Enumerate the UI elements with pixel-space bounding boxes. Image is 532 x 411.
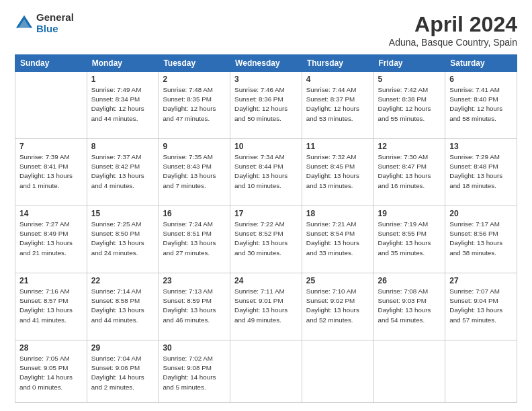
day-info: Sunrise: 7:08 AM Sunset: 9:03 PM Dayligh…: [378, 287, 441, 325]
calendar-cell: 17Sunrise: 7:22 AM Sunset: 8:52 PM Dayli…: [230, 206, 302, 273]
day-number: 3: [234, 75, 298, 84]
day-info: Sunrise: 7:41 AM Sunset: 8:40 PM Dayligh…: [449, 85, 513, 124]
day-number: 24: [234, 276, 298, 285]
day-info: Sunrise: 7:07 AM Sunset: 9:04 PM Dayligh…: [449, 287, 513, 325]
day-number: 1: [91, 75, 154, 84]
calendar-cell: 5Sunrise: 7:42 AM Sunset: 8:38 PM Daylig…: [373, 72, 445, 139]
calendar-header-saturday: Saturday: [445, 55, 517, 72]
day-info: Sunrise: 7:46 AM Sunset: 8:36 PM Dayligh…: [234, 85, 298, 124]
day-number: 9: [163, 142, 226, 151]
day-number: 26: [378, 276, 441, 285]
day-number: 29: [91, 343, 154, 353]
day-number: 8: [91, 142, 154, 151]
day-number: 6: [449, 75, 513, 84]
calendar-cell: 27Sunrise: 7:07 AM Sunset: 9:04 PM Dayli…: [445, 273, 517, 340]
calendar-header-wednesday: Wednesday: [230, 55, 302, 72]
day-number: 28: [19, 343, 83, 353]
day-number: 12: [378, 142, 441, 151]
day-number: 25: [306, 276, 369, 285]
calendar-cell: 10Sunrise: 7:34 AM Sunset: 8:44 PM Dayli…: [230, 139, 302, 206]
day-info: Sunrise: 7:30 AM Sunset: 8:47 PM Dayligh…: [378, 152, 441, 191]
calendar-cell: 7Sunrise: 7:39 AM Sunset: 8:41 PM Daylig…: [15, 139, 87, 206]
calendar-cell: 14Sunrise: 7:27 AM Sunset: 8:49 PM Dayli…: [15, 206, 87, 273]
day-info: Sunrise: 7:13 AM Sunset: 8:59 PM Dayligh…: [163, 287, 226, 325]
calendar-cell: 25Sunrise: 7:10 AM Sunset: 9:02 PM Dayli…: [302, 273, 373, 340]
day-info: Sunrise: 7:05 AM Sunset: 9:05 PM Dayligh…: [19, 354, 83, 392]
calendar-header-thursday: Thursday: [302, 55, 373, 72]
day-info: Sunrise: 7:48 AM Sunset: 8:35 PM Dayligh…: [163, 85, 226, 124]
calendar-cell: 16Sunrise: 7:24 AM Sunset: 8:51 PM Dayli…: [159, 206, 230, 273]
day-number: 11: [306, 142, 369, 151]
calendar-week-4: 21Sunrise: 7:16 AM Sunset: 8:57 PM Dayli…: [15, 273, 517, 340]
logo-text: General Blue: [36, 12, 74, 34]
day-info: Sunrise: 7:04 AM Sunset: 9:06 PM Dayligh…: [91, 354, 154, 392]
day-info: Sunrise: 7:24 AM Sunset: 8:51 PM Dayligh…: [163, 220, 226, 258]
calendar-cell: 6Sunrise: 7:41 AM Sunset: 8:40 PM Daylig…: [445, 72, 517, 139]
day-info: Sunrise: 7:37 AM Sunset: 8:42 PM Dayligh…: [91, 152, 154, 191]
calendar-cell: 20Sunrise: 7:17 AM Sunset: 8:56 PM Dayli…: [445, 206, 517, 273]
calendar-cell: 21Sunrise: 7:16 AM Sunset: 8:57 PM Dayli…: [15, 273, 87, 340]
day-number: 16: [163, 209, 226, 218]
day-info: Sunrise: 7:02 AM Sunset: 9:08 PM Dayligh…: [163, 354, 226, 392]
calendar-table: SundayMondayTuesdayWednesdayThursdayFrid…: [15, 54, 517, 403]
day-info: Sunrise: 7:25 AM Sunset: 8:50 PM Dayligh…: [91, 220, 154, 258]
calendar-cell: 12Sunrise: 7:30 AM Sunset: 8:47 PM Dayli…: [373, 139, 445, 206]
day-info: Sunrise: 7:42 AM Sunset: 8:38 PM Dayligh…: [378, 85, 441, 124]
calendar-cell: 1Sunrise: 7:49 AM Sunset: 8:34 PM Daylig…: [87, 72, 159, 139]
calendar-cell: [373, 340, 445, 403]
calendar-header-monday: Monday: [87, 55, 159, 72]
calendar-cell: 26Sunrise: 7:08 AM Sunset: 9:03 PM Dayli…: [373, 273, 445, 340]
calendar-cell: [15, 72, 87, 139]
title-location: Aduna, Basque Country, Spain: [389, 37, 517, 48]
day-number: 13: [449, 142, 513, 151]
title-month: April 2024: [389, 12, 517, 37]
day-number: 20: [449, 209, 513, 218]
calendar-week-5: 28Sunrise: 7:05 AM Sunset: 9:05 PM Dayli…: [15, 340, 517, 403]
day-info: Sunrise: 7:16 AM Sunset: 8:57 PM Dayligh…: [19, 287, 83, 325]
day-number: 10: [234, 142, 298, 151]
day-info: Sunrise: 7:10 AM Sunset: 9:02 PM Dayligh…: [306, 287, 369, 325]
calendar-cell: 18Sunrise: 7:21 AM Sunset: 8:54 PM Dayli…: [302, 206, 373, 273]
calendar-cell: 19Sunrise: 7:19 AM Sunset: 8:55 PM Dayli…: [373, 206, 445, 273]
calendar-header-friday: Friday: [373, 55, 445, 72]
day-number: 14: [19, 209, 83, 218]
calendar-cell: 3Sunrise: 7:46 AM Sunset: 8:36 PM Daylig…: [230, 72, 302, 139]
day-info: Sunrise: 7:22 AM Sunset: 8:52 PM Dayligh…: [234, 220, 298, 258]
logo-general-text: General: [36, 12, 74, 24]
title-block: April 2024 Aduna, Basque Country, Spain: [389, 12, 517, 48]
calendar-cell: 2Sunrise: 7:48 AM Sunset: 8:35 PM Daylig…: [159, 72, 230, 139]
day-info: Sunrise: 7:17 AM Sunset: 8:56 PM Dayligh…: [449, 220, 513, 258]
calendar-header-row: SundayMondayTuesdayWednesdayThursdayFrid…: [15, 55, 517, 72]
logo-icon: [15, 14, 34, 33]
day-number: 19: [378, 209, 441, 218]
calendar-header-tuesday: Tuesday: [159, 55, 230, 72]
day-number: 4: [306, 75, 369, 84]
calendar-cell: 28Sunrise: 7:05 AM Sunset: 9:05 PM Dayli…: [15, 340, 87, 403]
calendar-cell: 4Sunrise: 7:44 AM Sunset: 8:37 PM Daylig…: [302, 72, 373, 139]
day-info: Sunrise: 7:44 AM Sunset: 8:37 PM Dayligh…: [306, 85, 369, 124]
calendar-cell: 30Sunrise: 7:02 AM Sunset: 9:08 PM Dayli…: [159, 340, 230, 403]
day-number: 2: [163, 75, 226, 84]
calendar-cell: [445, 340, 517, 403]
day-number: 17: [234, 209, 298, 218]
calendar-cell: 13Sunrise: 7:29 AM Sunset: 8:48 PM Dayli…: [445, 139, 517, 206]
logo-blue-text: Blue: [36, 24, 74, 35]
day-info: Sunrise: 7:19 AM Sunset: 8:55 PM Dayligh…: [378, 220, 441, 258]
day-number: 30: [163, 343, 226, 353]
calendar-cell: 9Sunrise: 7:35 AM Sunset: 8:43 PM Daylig…: [159, 139, 230, 206]
day-number: 27: [449, 276, 513, 285]
calendar-cell: 24Sunrise: 7:11 AM Sunset: 9:01 PM Dayli…: [230, 273, 302, 340]
calendar-week-2: 7Sunrise: 7:39 AM Sunset: 8:41 PM Daylig…: [15, 139, 517, 206]
day-number: 23: [163, 276, 226, 285]
day-info: Sunrise: 7:11 AM Sunset: 9:01 PM Dayligh…: [234, 287, 298, 325]
calendar-header-sunday: Sunday: [15, 55, 87, 72]
calendar-cell: 23Sunrise: 7:13 AM Sunset: 8:59 PM Dayli…: [159, 273, 230, 340]
day-info: Sunrise: 7:49 AM Sunset: 8:34 PM Dayligh…: [91, 85, 154, 124]
calendar-week-1: 1Sunrise: 7:49 AM Sunset: 8:34 PM Daylig…: [15, 72, 517, 139]
day-info: Sunrise: 7:29 AM Sunset: 8:48 PM Dayligh…: [449, 152, 513, 191]
day-info: Sunrise: 7:14 AM Sunset: 8:58 PM Dayligh…: [91, 287, 154, 325]
calendar-cell: [302, 340, 373, 403]
calendar-cell: 8Sunrise: 7:37 AM Sunset: 8:42 PM Daylig…: [87, 139, 159, 206]
day-number: 15: [91, 209, 154, 218]
day-number: 22: [91, 276, 154, 285]
